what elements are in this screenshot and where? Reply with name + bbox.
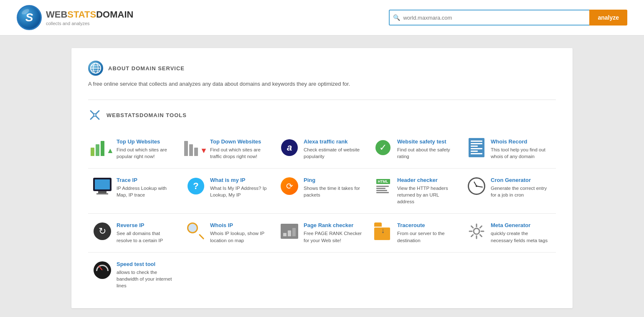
tool-item-meta[interactable]: Meta Generator quickly create the necess… [462, 215, 556, 250]
divider-1 [88, 100, 556, 100]
tool-item-whoisip[interactable]: Whois IP Whois IP lookup, show IP locati… [182, 215, 275, 250]
svg-line-13 [472, 226, 473, 228]
row-divider-1 [88, 168, 556, 169]
logo-tagline: collects and analyzes [46, 21, 133, 26]
about-icon [88, 61, 103, 76]
traceroute-desc: From our server to the destination [397, 231, 445, 243]
tool-item-traceroute[interactable]: ↓ Traceroute From our server to the dest… [369, 215, 462, 250]
row-divider-3 [88, 252, 556, 253]
globe-icon [90, 62, 101, 74]
tool-item-topdown[interactable]: ▼ Top Down Websites Find out which sites… [182, 132, 275, 166]
search-input[interactable] [389, 10, 589, 26]
svg-point-7 [94, 114, 96, 116]
pagerank-link[interactable]: Page Rank checker [304, 222, 364, 228]
topdown-text: Top Down Websites Find out which sites a… [210, 138, 270, 160]
meta-link[interactable]: Meta Generator [491, 222, 551, 228]
svg-line-14 [480, 235, 482, 237]
alexa-icon: a [280, 138, 299, 157]
tools-section-header: WEBSTATSDOMAIN TOOLS [88, 108, 556, 122]
alexa-text: Alexa traffic rank Check estimate of web… [304, 138, 364, 160]
topup-link[interactable]: Top Up Websites [117, 138, 177, 145]
tool-item-pagerank[interactable]: Page Rank checker Free PAGE RANK Checker… [275, 215, 369, 250]
analyze-button[interactable]: analyze [589, 10, 627, 26]
wrench-cross-icon [89, 109, 101, 121]
reverseip-text: Reverse IP See all domains that resolve … [117, 222, 177, 243]
cron-desc: Generate the correct entry for a job in … [491, 186, 547, 197]
gear-icon [468, 222, 485, 240]
tools-icon [88, 108, 101, 122]
ping-desc: Shows the time it takes for packets [304, 186, 360, 197]
traceip-text: Trace IP IP Address Lookup with Map, IP … [117, 177, 177, 198]
about-title: ABOUT DOMAIN SERVICE [108, 65, 185, 72]
whoisip-icon [187, 222, 205, 240]
tool-item-speedtest[interactable]: Speed test tool allows to check the band… [88, 254, 182, 296]
topup-desc: Find out which sites are popular right n… [117, 147, 167, 159]
speedtest-desc: allows to check the bandwidth of your in… [117, 270, 172, 288]
header-icon: HTML [374, 177, 392, 195]
tool-item-ping[interactable]: ⟳ Ping Shows the time it takes for packe… [275, 170, 369, 212]
tools-grid: ▲ Top Up Websites Find out which sites a… [88, 132, 556, 296]
tool-item-whois[interactable]: Whois Record This tool help you find out… [462, 132, 556, 166]
logo-domain: DOMAIN [96, 9, 133, 20]
tool-item-traceip[interactable]: Trace IP IP Address Lookup with Map, IP … [88, 170, 182, 212]
main-content: ABOUT DOMAIN SERVICE A free online servi… [71, 48, 573, 308]
tool-item-cron[interactable]: Cron Generator Generate the correct entr… [462, 170, 556, 212]
myip-icon: ? [187, 177, 205, 195]
whoisip-link[interactable]: Whois IP [210, 222, 270, 228]
speedtest-link[interactable]: Speed test tool [117, 261, 177, 267]
safety-link[interactable]: Website safety test [397, 138, 457, 145]
whois-link[interactable]: Whois Record [491, 138, 551, 145]
logo-stats: STATS [67, 9, 96, 20]
pagerank-text: Page Rank checker Free PAGE RANK Checker… [304, 222, 364, 243]
reverseip-link[interactable]: Reverse IP [117, 222, 177, 228]
speedtest-icon [93, 261, 112, 279]
logo-text: WEBSTATSDOMAIN collects and analyzes [46, 9, 133, 26]
about-section-header: ABOUT DOMAIN SERVICE [88, 61, 556, 76]
tool-item-header[interactable]: HTML Header checker View the HTTP header… [369, 170, 462, 212]
row-divider-2 [88, 213, 556, 214]
meta-text: Meta Generator quickly create the necess… [491, 222, 551, 243]
tool-item-safety[interactable]: ✓ Website safety test Find out about the… [369, 132, 462, 166]
safety-icon: ✓ [374, 138, 392, 157]
whois-desc: This tool help you find out whois of any… [491, 147, 545, 159]
traceroute-icon: ↓ [374, 222, 392, 240]
topdown-link[interactable]: Top Down Websites [210, 138, 270, 145]
tool-item-alexa[interactable]: a Alexa traffic rank Check estimate of w… [275, 132, 369, 166]
search-icon: 🔍 [393, 14, 400, 21]
search-area: 🔍 analyze [389, 10, 627, 26]
tools-title: WEBSTATSDOMAIN TOOLS [106, 112, 187, 118]
whois-text: Whois Record This tool help you find out… [491, 138, 551, 160]
topup-icon: ▲ [93, 138, 112, 157]
logo-web: WEB [46, 9, 67, 20]
alexa-link[interactable]: Alexa traffic rank [304, 138, 364, 145]
whoisip-desc: Whois IP lookup, show IP location on map [210, 231, 264, 243]
traceip-desc: IP Address Lookup with Map, IP trace [117, 186, 167, 197]
pagerank-icon [280, 222, 299, 240]
cron-icon [467, 177, 486, 195]
topup-text: Top Up Websites Find out which sites are… [117, 138, 177, 160]
myip-link[interactable]: What is my IP [210, 177, 270, 183]
ping-icon: ⟳ [280, 177, 299, 195]
svg-line-15 [480, 226, 482, 228]
topdown-desc: Find out which sites are traffic drops r… [210, 147, 261, 159]
logo-area[interactable]: S WEBSTATSDOMAIN collects and analyzes [17, 5, 133, 30]
logo-icon: S [17, 5, 42, 30]
header-link[interactable]: Header checker [397, 177, 457, 183]
header-text: Header checker View the HTTP headers ret… [397, 177, 457, 205]
tool-item-topup[interactable]: ▲ Top Up Websites Find out which sites a… [88, 132, 182, 166]
svg-point-8 [474, 228, 479, 234]
traceroute-link[interactable]: Traceroute [397, 222, 457, 228]
pagerank-desc: Free PAGE RANK Checker for your Web site… [304, 231, 362, 243]
search-box-wrap: 🔍 analyze [389, 10, 627, 26]
cron-text: Cron Generator Generate the correct entr… [491, 177, 551, 198]
reverseip-icon: ↻ [93, 222, 112, 240]
myip-text: What is my IP What Is My IP Address? Ip … [210, 177, 270, 198]
tool-item-reverseip[interactable]: ↻ Reverse IP See all domains that resolv… [88, 215, 182, 250]
meta-desc: quickly create the necessary fields meta… [491, 231, 548, 243]
cron-link[interactable]: Cron Generator [491, 177, 551, 183]
safety-desc: Find out about the safety rating [397, 147, 450, 159]
ping-link[interactable]: Ping [304, 177, 364, 183]
alexa-desc: Check estimate of website popularity [304, 147, 360, 159]
traceip-link[interactable]: Trace IP [117, 177, 177, 183]
tool-item-myip[interactable]: ? What is my IP What Is My IP Address? I… [182, 170, 275, 212]
